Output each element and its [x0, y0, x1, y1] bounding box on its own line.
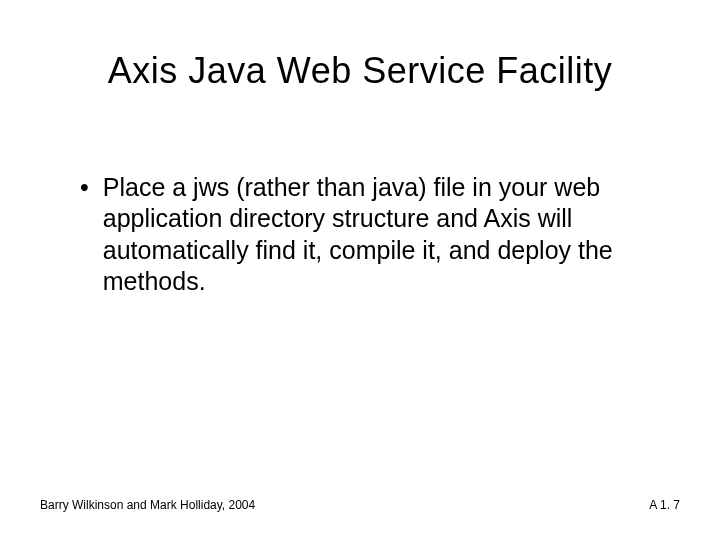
slide-title: Axis Java Web Service Facility — [60, 50, 660, 92]
slide: Axis Java Web Service Facility • Place a… — [0, 0, 720, 540]
bullet-icon: • — [80, 172, 89, 203]
bullet-item: • Place a jws (rather than java) file in… — [80, 172, 660, 297]
footer-author: Barry Wilkinson and Mark Holliday, 2004 — [40, 498, 255, 512]
footer-page-number: A 1. 7 — [649, 498, 680, 512]
slide-content: • Place a jws (rather than java) file in… — [60, 172, 660, 297]
bullet-text: Place a jws (rather than java) file in y… — [103, 172, 660, 297]
